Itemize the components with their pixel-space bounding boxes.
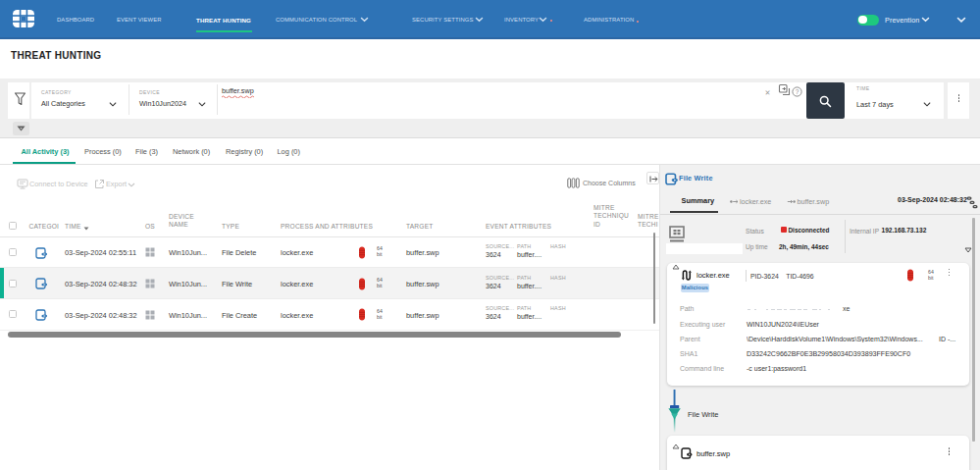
svg-text:?: ?	[796, 88, 799, 95]
